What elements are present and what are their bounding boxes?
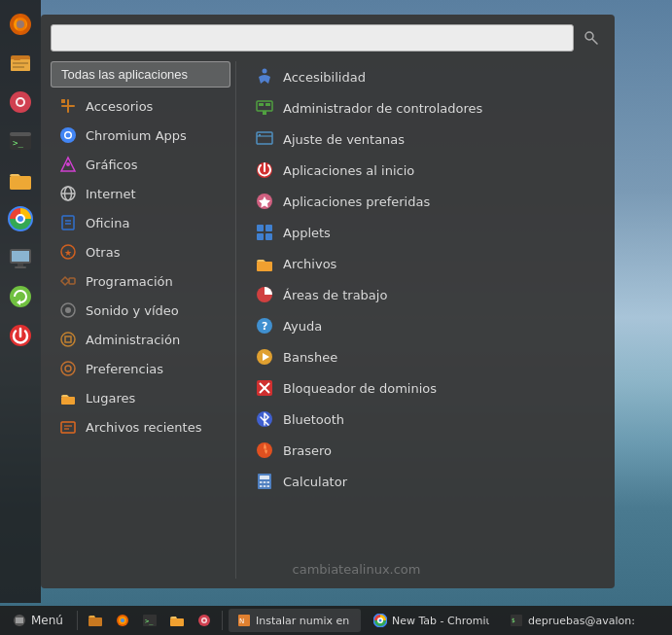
app-icon-ajusteventanas (254, 128, 275, 150)
category-item-graficos[interactable]: Gráficos (51, 150, 230, 179)
category-icon-oficina (58, 213, 78, 232)
svg-rect-5 (14, 57, 20, 60)
app-item-calculator[interactable]: Calculator (246, 466, 605, 497)
svg-point-49 (65, 366, 71, 371)
search-button[interactable] (578, 24, 605, 52)
sidebar-icon-restore[interactable] (4, 280, 37, 313)
app-item-appsinicio[interactable]: Aplicaciones al inicio (246, 155, 605, 186)
category-item-accesorios[interactable]: Accesorios (51, 91, 230, 121)
app-item-archivos[interactable]: Archivos (246, 248, 605, 279)
app-item-banshee[interactable]: Banshee (246, 341, 605, 372)
svg-rect-12 (10, 132, 31, 136)
category-icon-programacion (58, 271, 78, 291)
svg-rect-30 (61, 99, 65, 103)
app-item-accesibilidad[interactable]: Accesibilidad (246, 61, 605, 92)
category-list: Todas las aplicaciones Accesorios Chromi… (51, 61, 235, 579)
taskbar-terminal-label: depruebas@avalon: (528, 615, 635, 627)
taskbar-numix-window[interactable]: N Instalar numix en Li... (229, 609, 361, 632)
svg-rect-15 (10, 176, 31, 190)
category-item-chromium[interactable]: Chromium Apps (51, 121, 230, 150)
app-icon-admincontrol (254, 97, 275, 119)
app-label-applets: Applets (283, 226, 331, 240)
sidebar-icon-folder[interactable] (4, 163, 37, 196)
app-item-ayuda[interactable]: ? Ayuda (246, 310, 605, 341)
app-label-areas: Áreas de trabajo (283, 288, 387, 302)
svg-rect-57 (265, 103, 270, 106)
taskbar-sep-1 (77, 611, 78, 630)
sidebar-icon-terminal[interactable]: >_ (4, 124, 37, 158)
category-item-sonido[interactable]: Sonido y vídeo (51, 296, 230, 325)
svg-rect-56 (259, 103, 264, 106)
svg-rect-50 (61, 397, 75, 405)
category-icon-archivosrec (58, 417, 78, 437)
search-input[interactable] (51, 24, 574, 52)
sidebar-icon-settings[interactable] (4, 86, 37, 119)
taskbar-firefox-btn[interactable] (111, 609, 134, 632)
category-label-oficina: Oficina (86, 216, 129, 230)
svg-rect-55 (257, 101, 272, 111)
category-icon-prefs (58, 359, 78, 378)
taskbar-chromium-window[interactable]: New Tab - Chromium (365, 609, 497, 632)
category-item-internet[interactable]: Internet (51, 179, 230, 208)
svg-point-54 (263, 69, 267, 74)
svg-rect-65 (257, 225, 264, 231)
taskbar-settings-btn[interactable] (193, 609, 216, 632)
sidebar-icon-chrome[interactable] (4, 202, 37, 235)
taskbar-chromium-icon (372, 613, 388, 628)
svg-rect-85 (260, 485, 263, 487)
category-label-chromium: Chromium Apps (86, 128, 187, 143)
taskbar-files-btn[interactable] (84, 609, 107, 632)
taskbar-settings-icon (196, 613, 212, 628)
category-icon-sonido (58, 300, 78, 320)
category-item-oficina[interactable]: Oficina (51, 208, 230, 237)
app-icon-accesibilidad (254, 66, 275, 88)
category-item-prefs[interactable]: Preferencias (51, 354, 230, 383)
svg-rect-86 (264, 485, 266, 487)
taskbar-numix-icon: N (236, 613, 252, 628)
app-item-admincontrol[interactable]: Administrador de controladores (246, 92, 605, 123)
category-item-otras[interactable]: ★ Otras (51, 237, 230, 266)
category-icon-graficos (58, 155, 78, 174)
category-icon-otras: ★ (58, 242, 78, 262)
search-bar (51, 24, 605, 52)
app-item-appspreferidas[interactable]: Aplicaciones preferidas (246, 186, 605, 217)
category-label-internet: Internet (86, 187, 136, 201)
taskbar-folder-btn[interactable] (165, 609, 189, 632)
svg-point-107 (378, 619, 381, 622)
svg-rect-68 (265, 233, 272, 240)
taskbar-terminal-btn[interactable]: >_ (138, 609, 161, 632)
svg-rect-6 (13, 62, 28, 64)
taskbar-menu-button[interactable]: Menú (4, 609, 71, 632)
svg-rect-51 (61, 422, 75, 433)
app-item-areas[interactable]: Áreas de trabajo (246, 279, 605, 310)
all-apps-button[interactable]: Todas las aplicaciones (51, 61, 230, 88)
svg-rect-22 (18, 264, 23, 266)
app-label-archivos: Archivos (283, 257, 336, 271)
svg-point-19 (18, 216, 23, 222)
category-label-admin: Administración (86, 333, 180, 347)
app-item-bloqueador[interactable]: Bloqueador de dominios (246, 372, 605, 404)
app-label-accesibilidad: Accesibilidad (283, 70, 366, 85)
sidebar-icon-firefox[interactable] (4, 8, 37, 41)
app-item-applets[interactable]: Applets (246, 217, 605, 248)
category-item-archivosrec[interactable]: Archivos recientes (51, 412, 230, 441)
category-item-lugares[interactable]: Lugares (51, 383, 230, 412)
app-icon-bloqueador (254, 377, 275, 399)
app-item-brasero[interactable]: Brasero (246, 435, 605, 466)
app-item-bluetooth[interactable]: Bluetooth (246, 404, 605, 435)
taskbar-chromium-label: New Tab - Chromium (392, 615, 489, 627)
app-label-ayuda: Ayuda (283, 319, 322, 334)
category-label-archivosrec: Archivos recientes (86, 420, 201, 435)
category-item-admin[interactable]: Administración (51, 325, 230, 354)
sidebar-icon-power[interactable] (4, 319, 37, 352)
svg-rect-23 (15, 266, 26, 268)
app-icon-appsinicio (254, 159, 275, 181)
app-label-bloqueador: Bloqueador de dominios (283, 381, 437, 396)
category-item-programacion[interactable]: Programación (51, 266, 230, 296)
taskbar-terminal-window[interactable]: $ depruebas@avalon: (501, 609, 643, 632)
svg-text:>_: >_ (13, 138, 23, 148)
app-item-ajusteventanas[interactable]: Ajuste de ventanas (246, 123, 605, 155)
sidebar-icon-files[interactable] (4, 47, 37, 80)
app-icon-banshee (254, 346, 275, 368)
sidebar-icon-monitor[interactable] (4, 241, 37, 274)
